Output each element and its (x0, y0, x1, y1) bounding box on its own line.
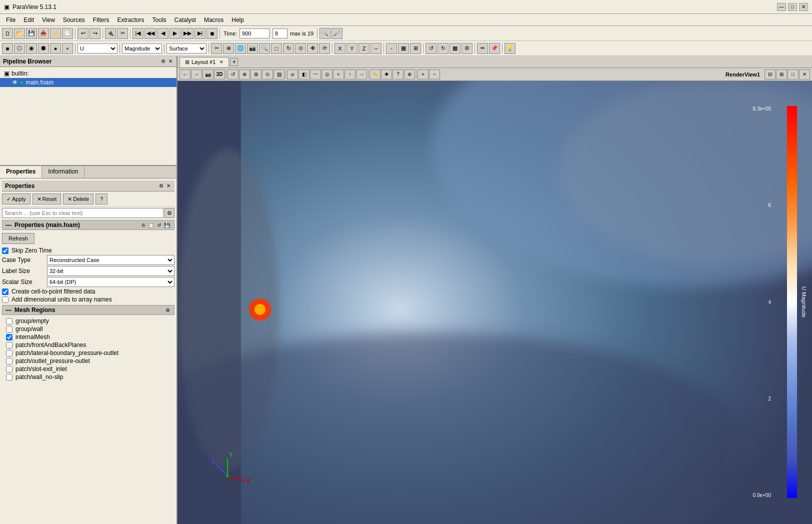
globe-icon[interactable]: 🌐 (235, 43, 246, 54)
mesh-region-front-back-checkbox[interactable] (6, 342, 12, 348)
mesh-region-lateral-boundary-checkbox[interactable] (6, 350, 12, 356)
viewport[interactable]: Y Z X 8.3e+00 6 4 2 0.0e (178, 81, 812, 524)
minimize-button[interactable]: — (777, 3, 786, 11)
pipeline-item-mainfoam[interactable]: 👁 ● main.foam (0, 78, 176, 87)
scissors-icon[interactable]: ✂ (211, 43, 222, 54)
reset-button[interactable]: ✕ Reset (32, 194, 62, 204)
pipeline-item-builtin[interactable]: ▣ builtin: (0, 69, 176, 78)
tab-properties[interactable]: Properties (0, 166, 42, 178)
vt-clip-icon[interactable]: ◧ (298, 70, 310, 80)
surface-mode-select[interactable]: Surface Wireframe Surface With Edges (166, 44, 206, 54)
section-paste-icon[interactable]: 📋 (147, 222, 155, 228)
vt-bg-icon[interactable]: ▨ (274, 70, 284, 80)
menu-item-file[interactable]: File (2, 16, 20, 24)
color-mode-select[interactable]: Magnitude X Y Z (122, 44, 162, 54)
save-button[interactable]: 💾 (26, 28, 37, 39)
vt-orient-icon[interactable]: ⊙ (262, 70, 273, 80)
mesh-region-internal-mesh-checkbox[interactable] (6, 334, 12, 340)
vt-iso-icon[interactable]: ◎ (322, 70, 332, 80)
vt-probe-icon[interactable]: ⊕ (404, 70, 415, 80)
vt-grid-icon[interactable]: ⊞ (250, 70, 262, 80)
vt-camera-icon[interactable]: 📷 (202, 70, 214, 80)
menu-item-filters[interactable]: Filters (89, 16, 114, 24)
scalar-size-select[interactable]: 32-bit (SP) 64-bit (DP) (47, 277, 174, 287)
menu-item-tools[interactable]: Tools (148, 16, 170, 24)
tab-information[interactable]: Information (42, 166, 84, 178)
next-step-button[interactable]: ▶▶ (182, 28, 194, 39)
tb2-btn2[interactable]: ⬡ (14, 43, 25, 54)
close-view-button[interactable]: ✕ (799, 70, 810, 80)
close-button[interactable]: ✕ (799, 3, 808, 11)
col-map-icon[interactable]: ▩ (450, 43, 460, 54)
new-button[interactable]: 🗋 (2, 28, 13, 39)
rubber-band-icon[interactable]: □ (271, 43, 282, 54)
connect-button[interactable]: 🔌 (105, 28, 116, 39)
maximize-button[interactable]: □ (788, 3, 797, 11)
vt-warp-icon[interactable]: ≈ (333, 70, 344, 80)
recent-button[interactable]: 🕒 (62, 28, 73, 39)
rescale-col-icon[interactable]: ↻ (438, 43, 448, 54)
play-button[interactable]: ▶ (170, 28, 180, 39)
vt-glyph-icon[interactable]: ↑ (344, 70, 356, 80)
zoom-out-button[interactable]: 🔎 (332, 28, 342, 39)
last-frame-button[interactable]: ▶| (194, 28, 206, 39)
prev-step-button[interactable]: ◀ (158, 28, 168, 39)
dimensional-units-checkbox[interactable] (2, 296, 8, 303)
zoom-icon[interactable]: 🔍 (259, 43, 270, 54)
axis-z-icon[interactable]: Z (358, 43, 370, 54)
save-state-button[interactable]: 📥 (38, 28, 49, 39)
reset-col-icon[interactable]: ↺ (426, 43, 436, 54)
split-h-button[interactable]: ⊟ (764, 70, 776, 80)
axis-y-icon[interactable]: Y (346, 43, 358, 54)
reset-camera-icon[interactable]: ⊙ (295, 43, 306, 54)
menu-item-view[interactable]: View (38, 16, 59, 24)
vt-pick-icon[interactable]: ✚ (381, 70, 392, 80)
mesh-region-group-empty-checkbox[interactable] (6, 318, 12, 324)
disconnect-button[interactable]: ✂ (117, 28, 128, 39)
light-icon[interactable]: 💡 (504, 43, 516, 54)
split-v-button[interactable]: ⊞ (776, 70, 787, 80)
record-button[interactable]: ⏺ (206, 28, 218, 39)
search-input[interactable] (2, 208, 164, 218)
select-cells-icon[interactable]: ▦ (398, 43, 409, 54)
vt-rotate-icon[interactable]: ↺ (228, 70, 238, 80)
intersect-icon[interactable]: ⊕ (223, 43, 234, 54)
mesh-region-wall-noslip-checkbox[interactable] (6, 374, 12, 380)
tb2-btn4[interactable]: ⬢ (38, 43, 49, 54)
tb2-btn3[interactable]: ◉ (26, 43, 37, 54)
menu-item-edit[interactable]: Edit (20, 16, 38, 24)
rotate-icon[interactable]: ↻ (283, 43, 294, 54)
frame-input[interactable] (272, 28, 288, 38)
prop-close-icon[interactable]: ✕ (166, 183, 172, 188)
case-type-select[interactable]: Reconstructed Case Decomposed Case (47, 255, 174, 265)
zoom-in-button[interactable]: 🔍 (320, 28, 330, 39)
tb2-btn6[interactable]: + (62, 43, 73, 54)
axis-x-icon[interactable]: X (334, 43, 346, 54)
menu-item-help[interactable]: Help (228, 16, 248, 24)
select-block-icon[interactable]: ⊞ (410, 43, 421, 54)
section-copy-icon[interactable]: ⎘ (141, 222, 146, 228)
vt-stream-icon[interactable]: 〰 (310, 70, 321, 80)
vt-slice-icon[interactable]: ⧄ (287, 70, 298, 80)
time-input[interactable] (240, 28, 270, 38)
redo-button[interactable]: ↪ (90, 28, 100, 39)
vt-add-icon[interactable]: + (418, 70, 428, 80)
vt-forward-icon[interactable]: → (191, 70, 202, 80)
vt-remove-icon[interactable]: − (429, 70, 440, 80)
vt-arrow-icon[interactable]: → (356, 70, 367, 80)
col-settings-icon[interactable]: ⚙ (462, 43, 472, 54)
refresh-button[interactable]: Refresh (2, 233, 34, 244)
pipeline-close-icon[interactable]: ✕ (168, 58, 174, 64)
vt-3d-icon[interactable]: 3D (214, 70, 225, 80)
prop-settings-icon[interactable]: ⚙ (158, 183, 164, 188)
mesh-region-group-wall-checkbox[interactable] (6, 326, 12, 332)
vt-axes-icon[interactable]: ⊕ (239, 70, 250, 80)
pipeline-settings-icon[interactable]: ⚙ (160, 58, 166, 64)
first-frame-button[interactable]: |◀ (132, 28, 144, 39)
cell-to-point-checkbox[interactable] (2, 288, 8, 295)
menu-item-sources[interactable]: Sources (59, 16, 89, 24)
prev-frame-button[interactable]: ◀◀ (144, 28, 156, 39)
vt-measure-icon[interactable]: 📏 (370, 70, 380, 80)
skip-zero-time-checkbox[interactable] (2, 248, 8, 254)
undo-button[interactable]: ↩ (78, 28, 88, 39)
